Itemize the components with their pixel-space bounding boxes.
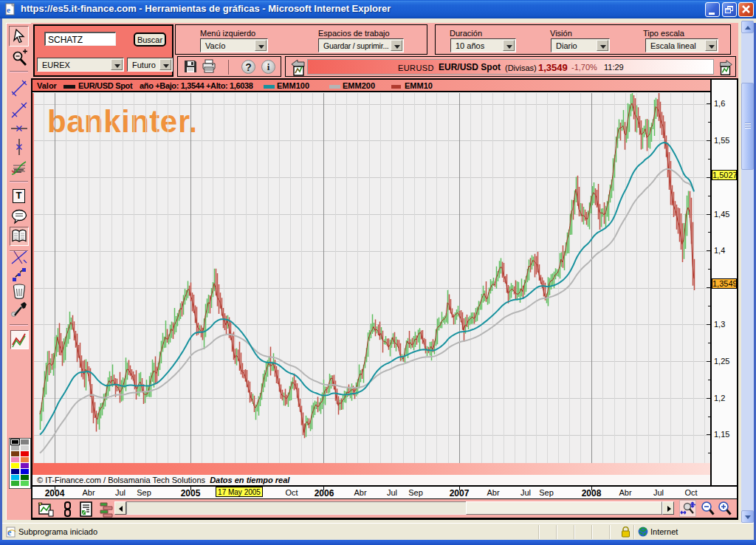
svg-text:e: e <box>7 5 10 14</box>
svg-text:e: e <box>7 527 12 538</box>
